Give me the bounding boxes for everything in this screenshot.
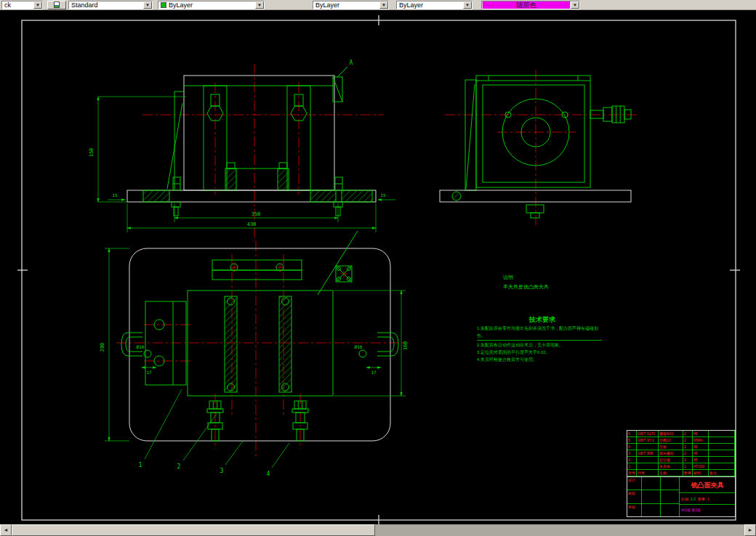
tech-note: 2.装配后各活动件运动应灵活，无卡滞现象。	[477, 341, 602, 349]
scrollbar-track[interactable]	[12, 524, 744, 536]
linetype-value: ByLayer	[313, 1, 379, 9]
parts-cell: HT200	[693, 463, 709, 469]
drawing-canvas[interactable]: 150 350 430 15 15 A	[0, 10, 756, 524]
parts-cell: GB/T 6170	[637, 431, 659, 436]
parts-cell: GB/T 97.1	[637, 437, 659, 443]
parts-row: 4压板245	[627, 444, 735, 450]
parts-cell	[709, 450, 735, 456]
dim-plan-small-left: 17	[146, 370, 152, 375]
chevron-down-icon[interactable]: ▼	[255, 1, 264, 9]
titleblock-bottom: 设计 校核 审核 铣凸面夹具 比例 1:2 数量 1	[627, 476, 735, 516]
tech-notes: 1.装配前所有零件均需去毛刺并清洗干净，配合面不得有磕碰划伤。2.装配后各活动件…	[477, 325, 602, 363]
view-style-combo[interactable]: ck ▼	[1, 1, 43, 9]
dim-front-inner-width: 350	[252, 211, 261, 217]
field-row: 设计	[627, 477, 679, 490]
field-row: 审核	[627, 504, 679, 516]
drawing-title: 铣凸面夹具	[680, 477, 735, 493]
parts-cell: 代号	[637, 470, 659, 476]
front-view-centerlines[interactable]	[142, 64, 384, 241]
parts-cell: 2	[683, 457, 693, 463]
scale-row: 比例 1:2 数量 1	[680, 493, 735, 505]
side-view-geometry[interactable]	[440, 76, 631, 218]
parts-cell	[709, 431, 735, 436]
front-view-dimensions[interactable]	[98, 97, 395, 232]
dim-plan-hole-left: Ø10	[137, 344, 145, 349]
text-style-combo[interactable]: Standard ▼	[68, 1, 153, 9]
chevron-down-icon[interactable]: ▼	[379, 1, 388, 9]
lineweight-combo[interactable]: ByLayer ▼	[396, 1, 472, 9]
field-cell	[642, 504, 661, 516]
tech-note: 4.夹具经检验合格后方可使用。	[477, 356, 602, 363]
field-cell	[661, 490, 679, 503]
scale-label: 比例	[681, 496, 688, 502]
dim-plan-small-right: 17	[371, 370, 377, 375]
parts-cell: 序号	[627, 470, 637, 476]
field-cell	[642, 477, 661, 490]
parts-cell: 45	[693, 457, 709, 463]
front-view-geometry[interactable]	[127, 67, 376, 216]
parts-cell: GB/T 898	[637, 450, 659, 456]
parts-cell: 65Mn	[693, 437, 709, 443]
callout-4: 4	[267, 471, 270, 477]
parts-cell: 螺母M10	[659, 431, 683, 436]
parts-list: 6GB/T 6170螺母M102455GB/T 97.1垫圈10265Mn4压板…	[627, 431, 735, 476]
dim-front-left-small: 15	[112, 192, 118, 198]
parts-cell: 2	[683, 450, 693, 456]
parts-cell: 5	[627, 437, 637, 443]
parts-cell: 4	[627, 444, 637, 450]
plotstyle-combo: 随层色 ▼	[481, 1, 580, 9]
field-label: 审核	[627, 504, 642, 516]
left-arrow-icon: ◄	[4, 527, 9, 532]
note-intro-line2: 本夹具是铣凸面夹具	[503, 283, 549, 291]
sheet-note: 共1张 第1张	[680, 505, 735, 516]
scroll-right-button[interactable]: ►	[744, 524, 756, 536]
front-detail-label: A	[350, 60, 353, 66]
parts-cell: 3	[627, 450, 637, 456]
tech-note: 3.定位面对底面的平行度不大于0.02。	[477, 349, 602, 356]
parts-cell: 定位键	[659, 457, 683, 463]
color-value: ByLayer	[166, 1, 255, 9]
view-style-value: ck	[2, 1, 33, 9]
scrollbar-thumb[interactable]	[12, 524, 375, 536]
plan-view-centerlines[interactable]	[116, 241, 409, 456]
parts-cell: 2	[683, 431, 693, 436]
layer-properties-button[interactable]	[47, 1, 66, 9]
field-label: 设计	[627, 477, 642, 490]
count-label: 数量	[698, 496, 705, 502]
text-style-value: Standard	[69, 1, 143, 9]
title-block: 6GB/T 6170螺母M102455GB/T 97.1垫圈10265Mn4压板…	[627, 430, 736, 517]
dim-plan-hole-right: Ø10	[355, 344, 363, 349]
dim-front-outer-width: 430	[247, 222, 257, 227]
parts-cell: 1	[627, 463, 637, 469]
parts-cell: 垫圈10	[659, 437, 683, 443]
horizontal-scrollbar[interactable]: ◄ ►	[0, 524, 756, 536]
parts-cell	[637, 463, 659, 469]
plan-view-geometry[interactable]	[121, 231, 398, 441]
count-value: 1	[707, 496, 709, 502]
parts-row: 序号代号名称数量材料备注	[627, 470, 735, 476]
chevron-down-icon[interactable]: ▼	[463, 1, 472, 9]
parts-cell: 45	[693, 444, 709, 450]
parts-cell: 6	[627, 431, 637, 436]
parts-cell: 2	[627, 457, 637, 463]
parts-cell	[709, 444, 735, 450]
parts-cell: 45	[693, 431, 709, 436]
parts-row: 5GB/T 97.1垫圈10265Mn	[627, 437, 735, 444]
dim-front-height: 150	[89, 148, 94, 158]
parts-cell: 材料	[693, 470, 709, 476]
layer-color-swatch	[161, 2, 166, 8]
scroll-left-button[interactable]: ◄	[0, 524, 12, 536]
chevron-down-icon[interactable]: ▼	[33, 1, 42, 9]
parts-cell: 数量	[683, 470, 693, 476]
parts-cell: 1	[683, 463, 693, 469]
parts-cell	[637, 444, 659, 450]
parts-cell	[637, 457, 659, 463]
color-combo[interactable]: ByLayer ▼	[158, 1, 265, 9]
parts-row: 3GB/T 898双头螺柱245	[627, 450, 735, 457]
tech-note: 1.装配前所有零件均需去毛刺并清洗干净，配合面不得有磕碰划伤。	[477, 325, 602, 341]
parts-row: 2定位键245	[627, 457, 735, 463]
field-cell	[661, 477, 679, 490]
linetype-combo[interactable]: ByLayer ▼	[313, 1, 389, 9]
parts-row: 1夹具体1HT200	[627, 463, 735, 470]
chevron-down-icon[interactable]: ▼	[143, 1, 152, 9]
